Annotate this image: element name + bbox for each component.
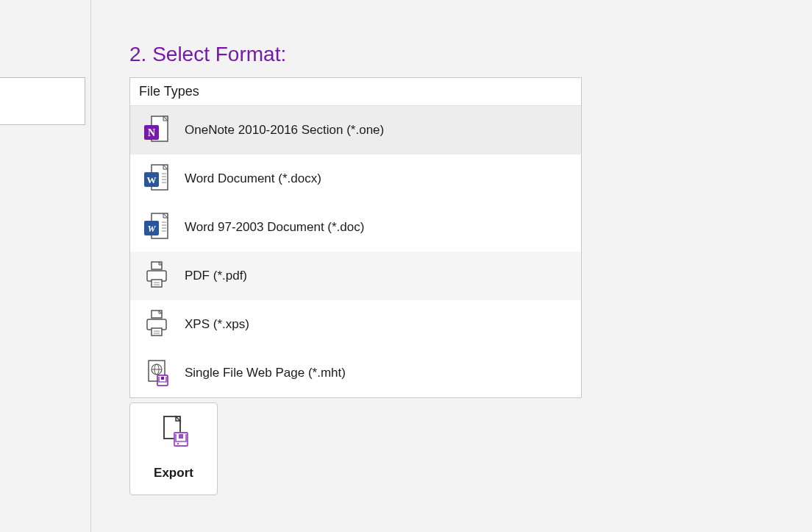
word-docx-icon: W: [138, 163, 176, 194]
xps-printer-icon: [138, 309, 176, 340]
panel-header: File Types: [130, 78, 581, 106]
pdf-printer-icon: [138, 260, 176, 291]
svg-rect-25: [152, 328, 162, 336]
section-heading: 2. Select Format:: [129, 43, 286, 66]
export-icon: [158, 415, 189, 452]
svg-rect-20: [152, 280, 162, 287]
file-type-label: PDF (*.pdf): [185, 269, 247, 283]
file-type-onenote[interactable]: N OneNote 2010-2016 Section (*.one): [130, 106, 581, 155]
export-button[interactable]: Export: [129, 402, 218, 495]
file-type-label: Single File Web Page (*.mht): [185, 366, 346, 380]
file-type-doc[interactable]: W Word 97-2003 Document (*.doc): [130, 203, 581, 252]
mht-web-icon: [138, 358, 176, 389]
file-type-label: XPS (*.xps): [185, 317, 249, 332]
file-type-mht[interactable]: Single File Web Page (*.mht): [130, 349, 581, 397]
export-button-label: Export: [154, 466, 193, 480]
file-type-label: Word 97-2003 Document (*.doc): [185, 220, 364, 235]
svg-text:W: W: [147, 174, 157, 185]
divider: [90, 0, 91, 532]
file-types-panel: File Types N OneNote 2010-2016 Section (…: [129, 77, 582, 398]
left-panel-button[interactable]: [0, 77, 85, 125]
svg-text:W: W: [148, 224, 157, 234]
file-type-docx[interactable]: W Word Document (*.docx): [130, 155, 581, 203]
svg-rect-36: [179, 434, 183, 439]
file-type-xps[interactable]: XPS (*.xps): [130, 300, 581, 349]
onenote-icon: N: [138, 115, 176, 146]
word-doc-icon: W: [138, 212, 176, 243]
svg-rect-33: [161, 377, 164, 380]
svg-point-37: [177, 443, 179, 444]
file-type-label: Word Document (*.docx): [185, 171, 321, 186]
file-type-pdf[interactable]: PDF (*.pdf): [130, 252, 581, 300]
file-type-label: OneNote 2010-2016 Section (*.one): [185, 123, 384, 138]
svg-text:N: N: [148, 127, 155, 138]
